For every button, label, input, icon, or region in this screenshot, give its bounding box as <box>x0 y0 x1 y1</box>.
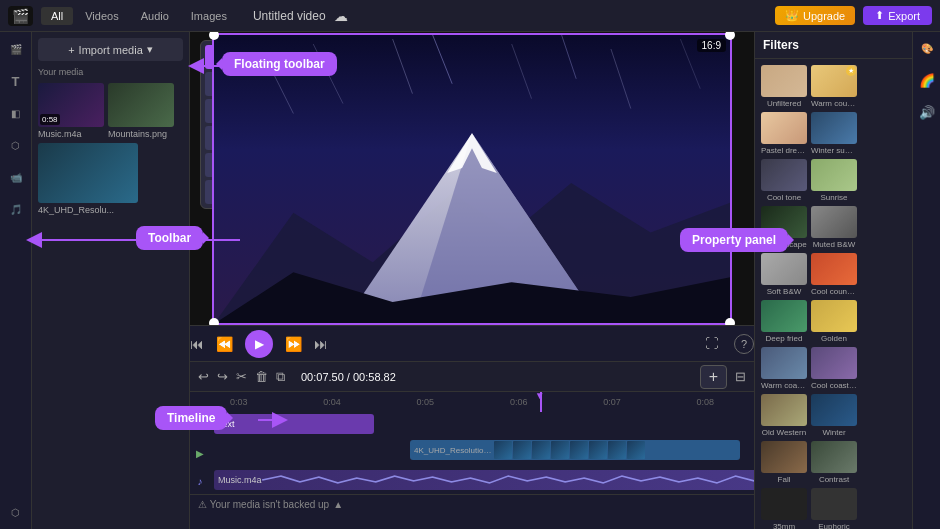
handle-top-left[interactable] <box>209 32 219 40</box>
filter-warm-countryside[interactable]: ★ Warm countryside <box>811 65 857 108</box>
undo-button[interactable]: ↩ <box>198 369 209 384</box>
tracks-container: T Text ▶ 4K_UHD_Resolution_SnowCap_Stars… <box>190 412 754 494</box>
cut-button[interactable]: ✂ <box>236 369 247 384</box>
filter-fall[interactable]: Fall <box>761 441 807 484</box>
fast-forward-button[interactable]: ⏩ <box>285 336 302 352</box>
audio-clip-name: Music.m4a <box>218 475 262 485</box>
sidebar-item-media[interactable]: 🎬 <box>3 36 29 62</box>
film-frame <box>608 441 626 459</box>
filter-label: Winter sunset <box>811 146 857 155</box>
handle-bottom-left[interactable] <box>209 318 219 326</box>
filter-cool-countryside[interactable]: Cool countryside <box>811 253 857 296</box>
filter-winter-sunset[interactable]: Winter sunset <box>811 112 857 155</box>
plus-icon: + <box>68 44 74 56</box>
media-thumb-4k[interactable] <box>38 143 138 203</box>
delete-button[interactable]: 🗑 <box>255 369 268 384</box>
handle-bottom-right[interactable] <box>725 318 735 326</box>
center-area: ⊹ ✂ ↻ ↕ ✦ A <box>190 32 754 529</box>
redo-button[interactable]: ↪ <box>217 369 228 384</box>
media-thumb-music[interactable]: 0:58 <box>38 83 104 127</box>
ruler-mark: 0:03 <box>192 397 285 407</box>
add-track-button[interactable]: + <box>700 365 727 389</box>
video-clip-name: 4K_UHD_Resolution_SnowCap_Stars_3x2.png <box>414 446 494 455</box>
filter-label: Muted B&W <box>811 240 857 249</box>
filter-soft-bw[interactable]: Soft B&W <box>761 253 807 296</box>
filter-euphoric[interactable]: Euphoric <box>811 488 857 529</box>
export-icon: ⬆ <box>875 9 884 22</box>
filter-label: Sunrise <box>811 193 857 202</box>
filter-old-western[interactable]: Old Western <box>761 394 807 437</box>
help-button[interactable]: ? <box>734 334 754 354</box>
audio-track-content: Music.m4a <box>210 470 754 492</box>
tab-videos[interactable]: Videos <box>75 7 128 25</box>
filter-label: Cool tone <box>761 193 807 202</box>
fullscreen-button[interactable]: ⛶ <box>705 336 718 351</box>
filter-golden[interactable]: Golden <box>811 300 857 343</box>
filter-label: Warm countryside <box>811 99 857 108</box>
export-label: Export <box>888 10 920 22</box>
filter-warm-coastline[interactable]: Warm coastline <box>761 347 807 390</box>
sidebar-item-transitions[interactable]: ◧ <box>3 100 29 126</box>
import-label: Import media <box>79 44 143 56</box>
rewind-button[interactable]: ⏪ <box>216 336 233 352</box>
filter-cool-coastline[interactable]: Cool coastline <box>811 347 857 390</box>
skip-back-button[interactable]: ⏮ <box>190 336 204 352</box>
text-track-content: Text <box>210 414 754 436</box>
ruler-mark: 0:06 <box>472 397 565 407</box>
ruler-mark: 0:07 <box>565 397 658 407</box>
media-thumb-mountains[interactable] <box>108 83 174 127</box>
sidebar-item-text[interactable]: T <box>3 68 29 94</box>
duplicate-button[interactable]: ⧉ <box>276 369 285 385</box>
playhead[interactable] <box>540 392 542 412</box>
list-item[interactable]: 4K_UHD_Resolu... <box>38 143 138 215</box>
filter-pastel-dreams[interactable]: Pastel dreams <box>761 112 807 155</box>
skip-forward-button[interactable]: ⏭ <box>314 336 328 352</box>
sidebar-item-brand-kit[interactable]: ⬡ <box>3 499 29 525</box>
list-item[interactable]: 0:58 Music.m4a <box>38 83 104 139</box>
project-name: Untitled video <box>253 9 326 23</box>
timeline-header: ↩ ↪ ✂ 🗑 ⧉ 00:07.50 / 00:58.82 + ⊟ <box>190 362 754 392</box>
import-media-button[interactable]: + Import media ▾ <box>38 38 183 61</box>
filter-dreamscape[interactable]: Dreamscape <box>761 206 807 249</box>
filter-contrast[interactable]: Contrast <box>811 441 857 484</box>
film-frame <box>627 441 645 459</box>
filter-label: Deep fried <box>761 334 807 343</box>
filter-thumb: ★ <box>811 65 857 97</box>
filter-deep-fried[interactable]: Deep fried <box>761 300 807 343</box>
right-icon-filters[interactable]: 🎨 <box>915 36 939 60</box>
right-icon-color[interactable]: 🌈 <box>915 68 939 92</box>
filter-thumb <box>811 394 857 426</box>
video-clip[interactable]: 4K_UHD_Resolution_SnowCap_Stars_3x2.png <box>410 440 740 460</box>
audio-track: ♪ Music.m4a <box>190 468 754 494</box>
filter-muted-bw[interactable]: Muted B&W <box>811 206 857 249</box>
play-button[interactable]: ▶ <box>245 330 273 358</box>
zoom-button[interactable]: ⊟ <box>735 369 746 384</box>
media-name: Music.m4a <box>38 129 104 139</box>
upgrade-button[interactable]: 👑 Upgrade <box>775 6 855 25</box>
text-clip[interactable]: Text <box>214 414 374 434</box>
handle-top-right[interactable] <box>725 32 735 40</box>
sidebar-item-stock-video[interactable]: 📹 <box>3 164 29 190</box>
filter-cool-tone[interactable]: Cool tone <box>761 159 807 202</box>
filter-thumb <box>811 488 857 520</box>
filter-label: Unfiltered <box>761 99 807 108</box>
list-item[interactable]: Mountains.png <box>108 83 174 139</box>
filter-unfiltered[interactable]: Unfiltered <box>761 65 807 108</box>
filter-sunrise[interactable]: Sunrise <box>811 159 857 202</box>
right-icon-audio[interactable]: 🔊 <box>915 100 939 124</box>
tab-images[interactable]: Images <box>181 7 237 25</box>
filters-panel: Filters Unfiltered ★ Warm countryside Pa… <box>754 32 912 529</box>
sidebar-item-graphics[interactable]: ⬡ <box>3 132 29 158</box>
export-button[interactable]: ⬆ Export <box>863 6 932 25</box>
audio-clip[interactable]: Music.m4a <box>214 470 754 490</box>
media-header: + Import media ▾ <box>32 32 189 65</box>
tab-all[interactable]: All <box>41 7 73 25</box>
video-canvas[interactable]: 16:9 <box>212 33 732 325</box>
filter-winter[interactable]: Winter <box>811 394 857 437</box>
audio-waveform <box>262 474 754 486</box>
backup-notice: ⚠ Your media isn't backed up ▲ <box>190 494 754 514</box>
tab-audio[interactable]: Audio <box>131 7 179 25</box>
cloud-icon: ☁ <box>334 8 348 24</box>
filter-35mm[interactable]: 35mm <box>761 488 807 529</box>
sidebar-item-stock-music[interactable]: 🎵 <box>3 196 29 222</box>
